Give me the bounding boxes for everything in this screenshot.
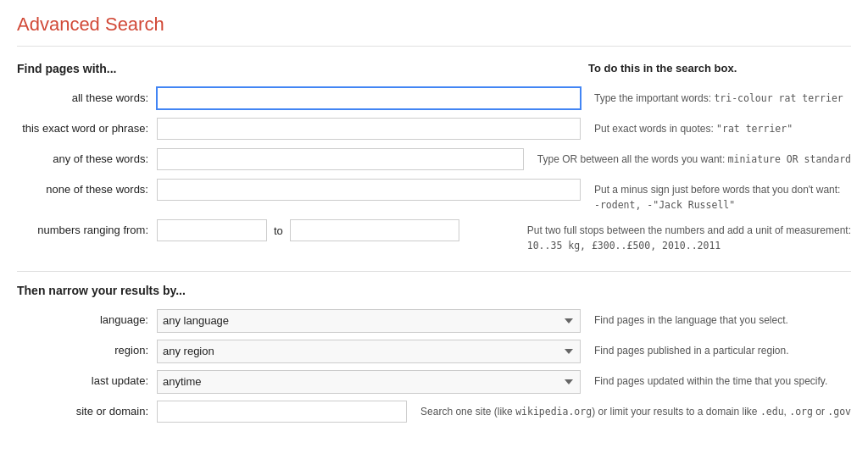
- region-row: region: any region United States United …: [17, 340, 851, 363]
- all-words-hint: Type the important words: tri-colour rat…: [581, 87, 843, 106]
- site-domain-label: site or domain:: [17, 401, 157, 418]
- site-domain-row: site or domain: Search one site (like wi…: [17, 401, 851, 424]
- section-divider: [17, 271, 851, 272]
- numbers-hint: Put two full stops between the numbers a…: [514, 219, 851, 253]
- all-words-label: all these words:: [17, 87, 157, 104]
- language-label: language:: [17, 309, 157, 326]
- language-hint: Find pages in the language that you sele…: [581, 309, 843, 328]
- last-update-hint: Find pages updated within the time that …: [581, 370, 843, 389]
- none-words-hint: Put a minus sign just before words that …: [581, 179, 843, 213]
- region-select-wrap: any region United States United Kingdom …: [157, 340, 581, 363]
- page-title: Advanced Search: [17, 14, 851, 36]
- numbers-row: numbers ranging from: to Put two full st…: [17, 219, 851, 253]
- language-select-wrap: any language English French German Spani…: [157, 309, 581, 333]
- numbers-to-input[interactable]: [290, 219, 459, 241]
- narrow-results-label: Then narrow your results by...: [17, 284, 851, 297]
- find-pages-label: Find pages with...: [17, 62, 116, 75]
- any-words-input-wrap: [157, 148, 524, 170]
- site-domain-input[interactable]: [157, 401, 407, 423]
- exact-phrase-label: this exact word or phrase:: [17, 118, 157, 135]
- last-update-label: last update:: [17, 370, 157, 387]
- region-select[interactable]: any region United States United Kingdom …: [157, 340, 581, 363]
- any-words-row: any of these words: Type OR between all …: [17, 148, 851, 172]
- site-domain-hint: Search one site (like wikipedia.org) or …: [407, 401, 851, 419]
- numbers-to-label: to: [267, 224, 290, 237]
- exact-phrase-hint: Put exact words in quotes: "rat terrier": [581, 118, 843, 136]
- numbers-label: numbers ranging from:: [17, 219, 157, 236]
- numbers-from-input[interactable]: [157, 219, 267, 241]
- exact-phrase-row: this exact word or phrase: Put exact wor…: [17, 118, 851, 141]
- title-divider: [17, 46, 851, 47]
- any-words-input[interactable]: [157, 148, 524, 170]
- none-words-row: none of these words: Put a minus sign ju…: [17, 179, 851, 213]
- any-words-hint: Type OR between all the words you want: …: [524, 148, 851, 167]
- all-words-input-wrap: [157, 87, 581, 109]
- last-update-select[interactable]: anytime past 24 hours past week past mon…: [157, 370, 581, 394]
- language-row: language: any language English French Ge…: [17, 309, 851, 333]
- all-words-row: all these words: Type the important word…: [17, 87, 851, 111]
- last-update-row: last update: anytime past 24 hours past …: [17, 370, 851, 394]
- hint-column-header: To do this in the search box.: [588, 62, 851, 75]
- section-header: Find pages with... To do this in the sea…: [17, 62, 851, 75]
- exact-phrase-input-wrap: [157, 118, 581, 140]
- none-words-label: none of these words:: [17, 179, 157, 196]
- region-label: region:: [17, 340, 157, 357]
- any-words-label: any of these words:: [17, 148, 157, 165]
- site-domain-input-wrap: [157, 401, 407, 423]
- all-words-input[interactable]: [157, 87, 581, 109]
- last-update-select-wrap: anytime past 24 hours past week past mon…: [157, 370, 581, 394]
- none-words-input-wrap: [157, 179, 581, 201]
- none-words-input[interactable]: [157, 179, 581, 201]
- region-hint: Find pages published in a particular reg…: [581, 340, 843, 358]
- exact-phrase-input[interactable]: [157, 118, 581, 140]
- language-select[interactable]: any language English French German Spani…: [157, 309, 581, 333]
- numbers-inputs-wrap: to: [157, 219, 514, 241]
